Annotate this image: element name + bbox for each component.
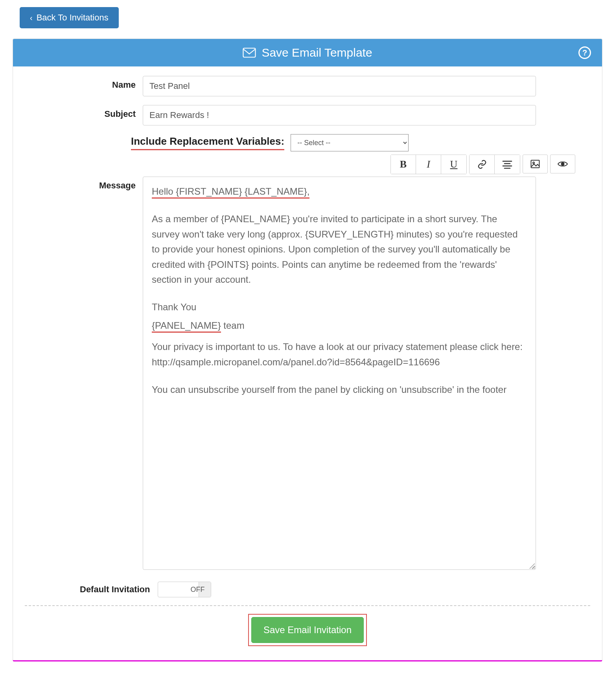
save-email-invitation-button[interactable]: Save Email Invitation	[251, 617, 364, 643]
envelope-icon	[243, 48, 256, 58]
back-to-invitations-button[interactable]: ‹ Back To Invitations	[20, 7, 119, 28]
email-template-panel: Save Email Template ? Name Subject Inclu…	[13, 39, 602, 661]
name-label: Name	[25, 76, 143, 90]
editor-toolbar: B I U	[25, 155, 590, 174]
replacement-variables-label: Include Replacement Variables:	[131, 135, 284, 150]
svg-rect-5	[531, 160, 540, 168]
message-privacy: Your privacy is important to us. To have…	[152, 339, 527, 370]
link-button[interactable]	[470, 155, 495, 174]
panel-header: Save Email Template ?	[13, 39, 602, 66]
message-thankyou: Thank You	[152, 300, 527, 315]
message-greeting: Hello {FIRST_NAME} {LAST_NAME},	[152, 186, 309, 199]
default-invitation-toggle[interactable]: OFF	[158, 582, 211, 597]
divider	[25, 605, 590, 606]
chevron-left-icon: ‹	[30, 13, 33, 22]
save-button-highlight: Save Email Invitation	[248, 614, 367, 646]
svg-point-7	[562, 163, 564, 166]
bold-button[interactable]: B	[391, 155, 416, 174]
replacement-variables-select[interactable]: -- Select --	[291, 134, 409, 151]
image-button[interactable]	[523, 155, 548, 173]
subject-input[interactable]	[143, 105, 536, 125]
default-invitation-label: Default Invitation	[25, 584, 158, 595]
italic-button[interactable]: I	[416, 155, 441, 174]
back-button-label: Back To Invitations	[37, 13, 109, 23]
help-icon[interactable]: ?	[578, 46, 591, 59]
svg-point-6	[533, 162, 534, 164]
message-body-1: As a member of {PANEL_NAME} you're invit…	[152, 212, 527, 287]
message-unsubscribe: You can unsubscribe yourself from the pa…	[152, 382, 527, 397]
message-signature: {PANEL_NAME}	[152, 320, 221, 333]
panel-title: Save Email Template	[261, 46, 372, 59]
preview-button[interactable]	[550, 155, 575, 173]
svg-rect-0	[243, 48, 256, 57]
align-button[interactable]	[495, 155, 520, 174]
underline-button[interactable]: U	[441, 155, 466, 174]
message-label: Message	[25, 177, 143, 191]
name-input[interactable]	[143, 76, 536, 96]
message-editor[interactable]: Hello {FIRST_NAME} {LAST_NAME}, As a mem…	[143, 177, 536, 570]
subject-label: Subject	[25, 105, 143, 119]
